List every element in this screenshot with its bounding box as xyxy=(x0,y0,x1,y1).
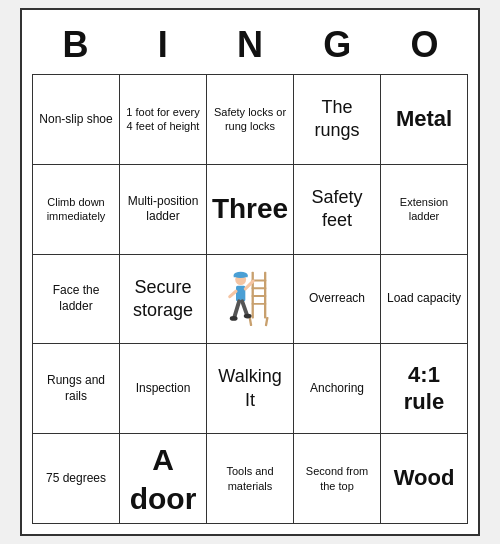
cell-12-image xyxy=(207,255,294,345)
cell-1[interactable]: 1 foot for every 4 feet of height xyxy=(120,75,207,165)
bingo-card: B I N G O Non-slip shoe 1 foot for every… xyxy=(20,8,480,536)
cell-18[interactable]: Anchoring xyxy=(294,344,381,434)
cell-8[interactable]: Safety feet xyxy=(294,165,381,255)
cell-4[interactable]: Metal xyxy=(381,75,468,165)
cell-11[interactable]: Secure storage xyxy=(120,255,207,345)
svg-rect-4 xyxy=(252,295,267,297)
bingo-header: B I N G O xyxy=(32,20,468,70)
cell-17[interactable]: Walking It xyxy=(207,344,294,434)
svg-rect-10 xyxy=(234,275,248,277)
cell-9[interactable]: Extension ladder xyxy=(381,165,468,255)
cell-6[interactable]: Multi-position ladder xyxy=(120,165,207,255)
cell-13[interactable]: Overreach xyxy=(294,255,381,345)
svg-point-17 xyxy=(244,314,252,319)
svg-rect-5 xyxy=(252,303,267,305)
cell-22[interactable]: Tools and materials xyxy=(207,434,294,524)
svg-rect-11 xyxy=(236,286,245,302)
cell-21[interactable]: A door xyxy=(120,434,207,524)
cell-0[interactable]: Non-slip shoe xyxy=(33,75,120,165)
header-o: O xyxy=(381,20,468,70)
worker-icon xyxy=(215,264,285,334)
cell-7[interactable]: Three xyxy=(207,165,294,255)
cell-10[interactable]: Face the ladder xyxy=(33,255,120,345)
header-g: G xyxy=(294,20,381,70)
cell-20[interactable]: 75 degrees xyxy=(33,434,120,524)
svg-line-14 xyxy=(234,301,239,317)
bingo-grid: Non-slip shoe 1 foot for every 4 feet of… xyxy=(32,74,468,524)
cell-14[interactable]: Load capacity xyxy=(381,255,468,345)
svg-line-13 xyxy=(230,291,236,296)
header-i: I xyxy=(119,20,206,70)
header-b: B xyxy=(32,20,119,70)
cell-5[interactable]: Climb down immediately xyxy=(33,165,120,255)
cell-23[interactable]: Second from the top xyxy=(294,434,381,524)
cell-3[interactable]: The rungs xyxy=(294,75,381,165)
cell-24[interactable]: Wood xyxy=(381,434,468,524)
svg-point-16 xyxy=(230,316,238,321)
cell-19[interactable]: 4:1 rule xyxy=(381,344,468,434)
svg-rect-3 xyxy=(252,287,267,289)
cell-2[interactable]: Safety locks or rung locks xyxy=(207,75,294,165)
cell-15[interactable]: Rungs and rails xyxy=(33,344,120,434)
cell-16[interactable]: Inspection xyxy=(120,344,207,434)
header-n: N xyxy=(206,20,293,70)
svg-line-15 xyxy=(242,301,247,314)
